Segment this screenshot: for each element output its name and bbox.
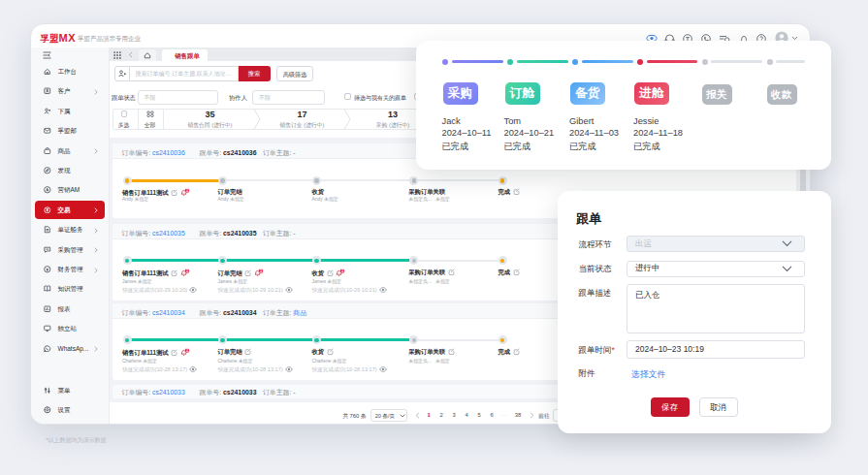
svg-text:1: 1: [185, 269, 188, 274]
svg-text:1: 1: [341, 269, 344, 274]
svg-text:1: 1: [185, 189, 188, 194]
svg-text:1: 1: [185, 349, 188, 354]
svg-text:1: 1: [259, 269, 262, 274]
